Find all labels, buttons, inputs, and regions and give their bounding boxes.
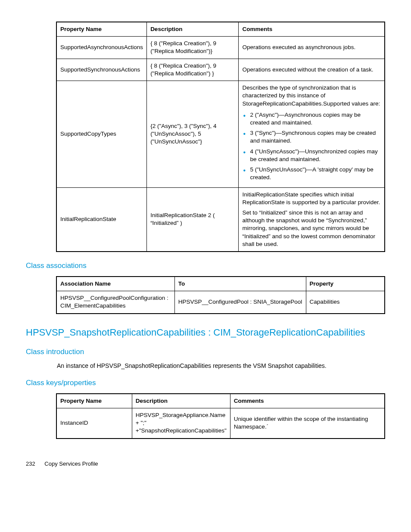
bullets-list: 2 ("Async")—Asynchronous copies may be c…: [242, 111, 381, 182]
list-item: 3 ("Sync")—Synchronous copies may be cre…: [242, 129, 381, 145]
cell-comments: Describes the type of synchronization th…: [239, 81, 385, 187]
list-item: 5 ("UnSyncUnAssoc")—A 'straight copy' ma…: [242, 166, 381, 181]
cell-property: SupportedSynchronousActions: [56, 59, 147, 81]
properties-table-3: Property Name Description Comments Insta…: [56, 393, 385, 439]
table-row: InitialReplicationState InitialReplicati…: [56, 187, 385, 252]
table-row: SupportedAsynchronousActions { 8 ("Repli…: [56, 37, 385, 59]
table-row: HPSVSP__ConfiguredPoolConfiguration : CI…: [56, 291, 385, 314]
table-row: InstanceID HPSVSP_StorageAppliance.Name …: [56, 408, 385, 438]
cell-property: InitialReplicationState: [56, 187, 147, 252]
cell-comments: Operations executed as asynchronous jobs…: [239, 37, 385, 59]
cell-comments: Unique identifier within the scope of th…: [230, 408, 385, 438]
cell-comments: InitialReplicationState specifies which …: [239, 187, 385, 252]
table-row: SupportedSynchronousActions { 8 ("Replic…: [56, 59, 385, 81]
table-header: Property Name: [56, 22, 147, 37]
table-header: Property: [306, 277, 385, 291]
table-header: Association Name: [56, 277, 174, 291]
table-header: Comments: [230, 394, 385, 408]
table-header: Property Name: [56, 394, 132, 408]
list-item: 4 ("UnSyncAssoc")—Unsynchronized copies …: [242, 148, 381, 163]
table-row: SupportedCopyTypes {2 ("Async"), 3 ("Syn…: [56, 81, 385, 187]
cell-description: InitialReplicationState 2 ( “Initialized…: [147, 187, 239, 252]
section-class-introduction: Class introduction: [26, 348, 385, 356]
associations-table: Association Name To Property HPSVSP__Con…: [56, 276, 385, 314]
table-header: To: [174, 277, 306, 291]
properties-table-1: Property Name Description Comments Suppo…: [56, 22, 385, 252]
cell-description: { 8 ("Replica Creation"), 9 ("Replica Mo…: [147, 37, 239, 59]
table-header: Description: [132, 394, 230, 408]
comments-intro: Describes the type of synchronization th…: [242, 84, 381, 108]
page-number: 232: [26, 460, 35, 467]
section-class-associations: Class associations: [26, 261, 385, 270]
footer-title: Copy Services Profile: [44, 460, 98, 467]
cell-description: {2 ("Async"), 3 ("Sync"), 4 ("UnSyncAsso…: [147, 81, 239, 187]
section-class-keys: Class keys/properties: [26, 379, 385, 387]
main-heading: HPSVSP_SnapshotReplicationCapabilities :…: [26, 327, 385, 338]
cell-comments: Operations executed without the creation…: [239, 59, 385, 81]
cell-property: InstanceID: [56, 408, 132, 438]
cell-assoc-name: HPSVSP__ConfiguredPoolConfiguration : CI…: [56, 291, 174, 314]
cell-property: SupportedCopyTypes: [56, 81, 147, 187]
intro-text: An instance of HPSVSP_SnapshotReplicatio…: [57, 362, 385, 369]
cell-to: HPSVSP__ConfiguredPool : SNIA_StoragePoo…: [174, 291, 306, 314]
table-header: Description: [147, 22, 239, 37]
cell-description: HPSVSP_StorageAppliance.Name + ";" +"Sna…: [132, 408, 230, 438]
cell-description: { 8 ("Replica Creation"), 9 ("Replica Mo…: [147, 59, 239, 81]
cell-property: Capabilities: [306, 291, 385, 314]
cell-property: SupportedAsynchronousActions: [56, 37, 147, 59]
table-header: Comments: [239, 22, 385, 37]
comments-p1: InitialReplicationState specifies which …: [242, 191, 381, 206]
comments-p2: Set to “Initialized” since this is not a…: [242, 209, 381, 248]
list-item: 2 ("Async")—Asynchronous copies may be c…: [242, 111, 381, 127]
page-footer: 232 Copy Services Profile: [26, 460, 385, 467]
